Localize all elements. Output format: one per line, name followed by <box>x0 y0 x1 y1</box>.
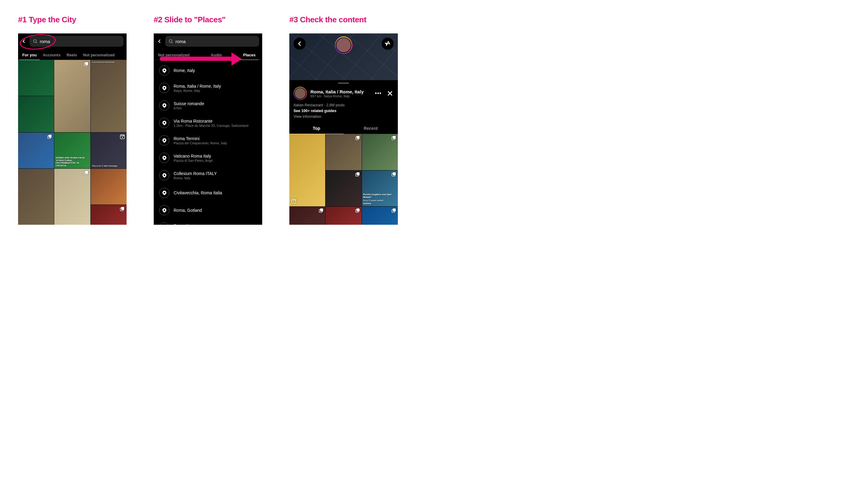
search-icon <box>169 39 173 43</box>
grid-cell[interactable]: Perché scegliere una Opel Mokka? Ecco 5 … <box>362 170 398 206</box>
carousel-icon <box>355 135 360 141</box>
location-story-avatar[interactable] <box>335 36 352 54</box>
place-row[interactable]: Collesium Roma ITALYRome, Italy <box>154 167 262 184</box>
grid-cell[interactable] <box>18 133 54 168</box>
content-tabs: Top Recent <box>289 123 398 134</box>
back-button[interactable] <box>21 38 27 44</box>
carousel-icon <box>319 208 324 214</box>
search-icon <box>33 39 37 43</box>
explore-grid: Comunicazione Istituzionale SERBS AND RO… <box>18 60 127 225</box>
grid-cell[interactable]: Una compagna di viaggio compatta e comod… <box>326 207 361 225</box>
tutorial-row: #1 Type the City roma For you Accounts R… <box>18 15 416 225</box>
step-3-column: #3 Check the content Roma, Italia / Rome… <box>289 15 398 225</box>
cell-caption: Comunicazione Istituzionale <box>92 61 115 63</box>
location-pin-icon <box>159 135 169 145</box>
carousel-icon <box>84 170 89 175</box>
place-row[interactable]: Civitavecchia, Roma Italia <box>154 184 262 201</box>
search-query: roma <box>176 39 186 44</box>
location-header: Roma, Italia / Rome, Italy 697 km · İtal… <box>289 87 398 102</box>
tab-for-you[interactable]: For you <box>19 53 40 60</box>
tab-not-personalized[interactable]: Not personalized <box>155 53 193 60</box>
step-1-title: #1 Type the City <box>18 15 127 24</box>
search-input[interactable]: roma <box>165 36 259 47</box>
location-meta: Italian Restaurant · 2.8M posts See 100+… <box>289 102 398 123</box>
cell-caption: This is an IT-alert message. <box>92 165 118 167</box>
step-1-column: #1 Type the City roma For you Accounts R… <box>18 15 127 225</box>
location-title: Roma, Italia / Rome, Italy <box>310 89 370 94</box>
place-row[interactable]: Via Roma Ristorante1.2km · Place du Marc… <box>154 114 262 132</box>
location-pin-icon <box>159 83 169 93</box>
locate-button[interactable] <box>381 38 394 50</box>
grid-cell[interactable]: Comunicazione Istituzionale <box>91 60 127 132</box>
tab-places[interactable]: Places <box>240 53 258 60</box>
grid-cell[interactable]: Scopri l'iconica city car per i tuoi spo… <box>362 207 398 225</box>
step-2-title: #2 Slide to "Places" <box>154 15 262 24</box>
grid-cell[interactable] <box>18 96 54 132</box>
carousel-icon <box>392 208 396 214</box>
search-input[interactable]: roma <box>30 36 124 47</box>
carousel-icon <box>392 135 396 141</box>
location-pin-icon <box>159 100 169 110</box>
tab-not-personalized[interactable]: Not personalized <box>80 53 118 60</box>
map-area[interactable] <box>289 33 398 80</box>
place-row[interactable]: Suisse romande67km <box>154 97 262 114</box>
grid-cell[interactable] <box>91 205 127 225</box>
tab-audio[interactable]: Audio <box>208 53 225 60</box>
search-query: roma <box>40 39 50 44</box>
cell-caption: Ecco 5 buoni motivi! <box>363 199 397 202</box>
tab-accounts[interactable]: Accounts <box>40 53 64 60</box>
place-row[interactable]: Roma, Gotland <box>154 201 262 219</box>
close-button[interactable] <box>386 90 394 97</box>
location-pin-icon <box>159 65 169 76</box>
location-pin-icon <box>159 170 169 181</box>
search-tabs: For you Accounts Reels Not personalized <box>18 49 127 60</box>
view-information-link[interactable]: View information <box>293 114 394 120</box>
location-pin-icon <box>159 223 169 225</box>
tab-recent[interactable]: Recent <box>344 123 398 134</box>
location-pin-icon <box>159 153 169 163</box>
phone-screen-1: roma For you Accounts Reels Not personal… <box>18 33 127 225</box>
more-button[interactable]: ••• <box>374 90 383 97</box>
grid-cell[interactable]: Scegli l'eccellenza, scegli la Mercedes … <box>289 207 325 225</box>
tab-top[interactable]: Top <box>289 123 344 134</box>
grid-cell[interactable] <box>18 60 54 96</box>
drag-handle[interactable] <box>338 83 349 84</box>
grid-cell[interactable] <box>54 60 90 132</box>
location-avatar[interactable] <box>293 87 307 100</box>
related-guides-link[interactable]: See 100+ related guides <box>293 108 394 114</box>
reel-icon <box>120 134 125 139</box>
location-sheet: Roma, Italia / Rome, Italy 697 km · İtal… <box>289 83 398 225</box>
grid-cell[interactable] <box>18 169 54 225</box>
place-row[interactable]: Roma TerminiPiazza dei Cinquecento, Rome… <box>154 132 262 149</box>
carousel-icon <box>84 62 89 67</box>
carousel-icon <box>120 207 125 212</box>
reel-icon <box>291 199 296 204</box>
grid-cell[interactable]: This is an IT-alert message. <box>91 133 127 168</box>
carousel-icon <box>355 172 360 178</box>
cell-caption: Perché scegliere una Opel Mokka? <box>363 193 397 198</box>
step-3-title: #3 Check the content <box>289 15 398 24</box>
place-row[interactable]: Roma NorteRoma Norte <box>154 219 262 225</box>
grid-cell[interactable]: SERBS AND ROMA FACE 'STRUCTURAL DISCRIMI… <box>54 133 90 168</box>
location-pin-icon <box>159 118 169 128</box>
search-topbar: roma <box>154 33 262 49</box>
grid-cell[interactable] <box>91 169 127 204</box>
place-row[interactable]: Roma, Italia / Rome, Italyİtalya, Rome, … <box>154 79 262 97</box>
place-row[interactable]: Rome, Italy <box>154 62 262 79</box>
grid-cell[interactable] <box>326 170 361 206</box>
carousel-icon <box>392 172 396 178</box>
grid-cell[interactable] <box>326 134 361 170</box>
location-grid: Perché scegliere una Opel Mokka? Ecco 5 … <box>289 134 398 225</box>
location-subtitle: 697 km · İtalya Rome, Italy <box>310 94 370 98</box>
back-button[interactable] <box>293 38 306 50</box>
grid-cell[interactable] <box>289 134 325 206</box>
back-button[interactable] <box>157 38 162 44</box>
carousel-icon <box>355 208 360 214</box>
places-list: Rome, Italy Roma, Italia / Rome, Italyİt… <box>154 60 262 225</box>
place-row[interactable]: Vaticano Roma ItalyPiazza di San Pietro,… <box>154 149 262 167</box>
phone-screen-3: Roma, Italia / Rome, Italy 697 km · İtal… <box>289 33 398 225</box>
search-topbar: roma <box>18 33 127 49</box>
grid-cell[interactable] <box>362 134 398 170</box>
grid-cell[interactable] <box>54 169 90 225</box>
tab-reels[interactable]: Reels <box>64 53 80 60</box>
